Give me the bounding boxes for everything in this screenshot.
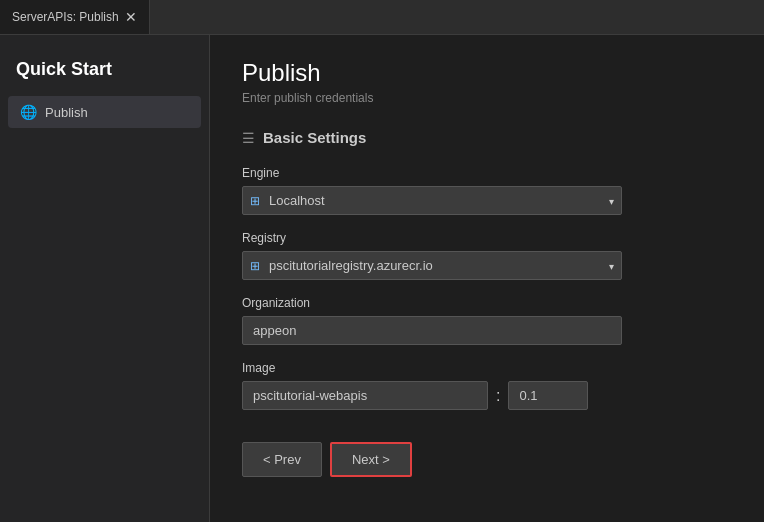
- registry-label: Registry: [242, 231, 732, 245]
- next-button[interactable]: Next >: [330, 442, 412, 477]
- engine-select-wrapper: ⊞ Localhost ▾: [242, 186, 622, 215]
- button-row: < Prev Next >: [242, 442, 732, 477]
- registry-select[interactable]: pscitutorialregistry.azurecr.io: [242, 251, 622, 280]
- publish-icon: 🌐: [20, 104, 37, 120]
- image-separator: :: [496, 387, 500, 405]
- tab-label: ServerAPIs: Publish: [12, 10, 119, 24]
- engine-label: Engine: [242, 166, 732, 180]
- sidebar: Quick Start 🌐 Publish: [0, 35, 210, 522]
- page-title: Publish: [242, 59, 732, 87]
- page-subtitle: Enter publish credentials: [242, 91, 732, 105]
- sidebar-item-publish[interactable]: 🌐 Publish: [8, 96, 201, 128]
- section-header: ☰ Basic Settings: [242, 129, 732, 146]
- content-area: Publish Enter publish credentials ☰ Basi…: [210, 35, 764, 522]
- version-input[interactable]: [508, 381, 588, 410]
- engine-select[interactable]: Localhost: [242, 186, 622, 215]
- sidebar-item-label: Publish: [45, 105, 88, 120]
- section-icon: ☰: [242, 130, 255, 146]
- title-tab[interactable]: ServerAPIs: Publish ✕: [0, 0, 150, 34]
- main-layout: Quick Start 🌐 Publish Publish Enter publ…: [0, 35, 764, 522]
- registry-field-group: Registry ⊞ pscitutorialregistry.azurecr.…: [242, 231, 732, 280]
- image-row: :: [242, 381, 732, 410]
- section-title: Basic Settings: [263, 129, 366, 146]
- prev-button[interactable]: < Prev: [242, 442, 322, 477]
- organization-input[interactable]: [242, 316, 622, 345]
- close-icon[interactable]: ✕: [125, 10, 137, 24]
- image-name-input[interactable]: [242, 381, 488, 410]
- registry-select-wrapper: ⊞ pscitutorialregistry.azurecr.io ▾: [242, 251, 622, 280]
- organization-field-group: Organization: [242, 296, 732, 345]
- organization-label: Organization: [242, 296, 732, 310]
- engine-field-group: Engine ⊞ Localhost ▾: [242, 166, 732, 215]
- image-field-group: Image :: [242, 361, 732, 410]
- title-bar: ServerAPIs: Publish ✕: [0, 0, 764, 35]
- image-label: Image: [242, 361, 732, 375]
- sidebar-title: Quick Start: [0, 51, 209, 96]
